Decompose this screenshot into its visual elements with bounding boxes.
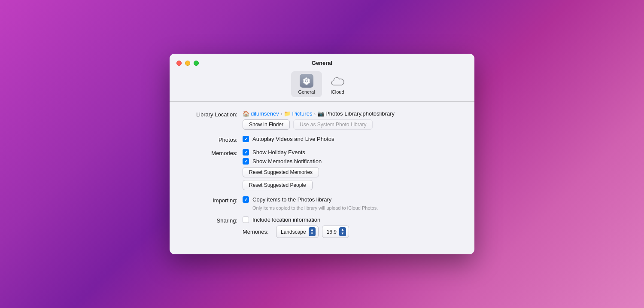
sharing-content: Include location information Memories: L… [243, 217, 462, 238]
general-icon [300, 74, 313, 88]
ratio-select[interactable]: 16:9 ▲ ▼ [322, 226, 349, 238]
breadcrumb: 🏠 dilumsenev › 📁 Pictures › 📷 Photos Lib… [243, 110, 462, 117]
show-in-finder-button[interactable]: Show in Finder [243, 119, 290, 130]
copy-items-label: Copy items to the Photos library [252, 196, 331, 203]
show-memories-check-row: ✓ Show Memories Notification [243, 158, 462, 165]
breadcrumb-sep1: › [281, 111, 283, 116]
sharing-row: Sharing: Include location information Me… [182, 217, 462, 238]
checkmark-icon: ✓ [244, 137, 248, 141]
checkmark-icon: ✓ [244, 150, 248, 155]
orientation-arrows: ▲ ▼ [309, 227, 316, 236]
orientation-value: Landscape [281, 229, 306, 235]
library-location-row: Library Location: 🏠 dilumsenev › 📁 Pictu… [182, 110, 462, 130]
photos-label: Photos: [182, 136, 243, 143]
breadcrumb-pictures-label: Pictures [292, 110, 312, 117]
sharing-label: Sharing: [182, 217, 243, 224]
traffic-lights [176, 61, 199, 66]
include-location-check-row: Include location information [243, 217, 462, 223]
content-area: Library Location: 🏠 dilumsenev › 📁 Pictu… [170, 102, 474, 254]
reset-suggested-people-button[interactable]: Reset Suggested People [243, 180, 313, 190]
minimize-button[interactable] [185, 61, 190, 66]
importing-content: ✓ Copy items to the Photos library Only … [243, 196, 462, 210]
tab-icloud-label: iCloud [331, 89, 344, 95]
tab-icloud[interactable]: iCloud [322, 71, 353, 97]
include-location-label: Include location information [252, 217, 320, 223]
photos-library-icon: 📷 [317, 110, 324, 117]
copy-items-check-row: ✓ Copy items to the Photos library [243, 196, 462, 203]
show-memories-checkbox[interactable]: ✓ [243, 158, 249, 165]
memories-orientation-row: Memories: Landscape ▲ ▼ 16:9 ▲ ▼ [243, 226, 462, 238]
include-location-checkbox[interactable] [243, 217, 249, 223]
reset-suggested-memories-button-container: Reset Suggested Memories [243, 167, 462, 177]
ratio-arrows: ▲ ▼ [339, 227, 346, 236]
memories-row: Memories: ✓ Show Holiday Events ✓ Show M… [182, 149, 462, 190]
autoplay-check-row: ✓ Autoplay Videos and Live Photos [243, 136, 462, 142]
arrow-up-icon: ▲ [341, 228, 344, 232]
library-buttons: Show in Finder Use as System Photo Libra… [243, 119, 462, 130]
breadcrumb-library-label: Photos Library.photoslibrary [325, 110, 395, 117]
use-as-system-photo-library-button[interactable]: Use as System Photo Library [293, 119, 373, 130]
close-button[interactable] [176, 61, 182, 66]
copy-items-subtext: Only items copied to the library will up… [243, 205, 462, 210]
library-location-content: 🏠 dilumsenev › 📁 Pictures › 📷 Photos Lib… [243, 110, 462, 130]
breadcrumb-home: 🏠 dilumsenev [243, 110, 279, 117]
memories-label: Memories: [182, 149, 243, 156]
reset-suggested-people-button-container: Reset Suggested People [243, 180, 462, 190]
window-title: General [312, 60, 332, 66]
arrow-down-icon: ▼ [310, 232, 314, 235]
checkmark-icon: ✓ [244, 198, 248, 202]
show-memories-label: Show Memories Notification [252, 158, 322, 165]
importing-row: Importing: ✓ Copy items to the Photos li… [182, 196, 462, 210]
show-holiday-label: Show Holiday Events [252, 149, 305, 156]
memories-inline-label: Memories: [243, 229, 273, 235]
breadcrumb-home-label: dilumsenev [251, 110, 279, 117]
tab-general[interactable]: General [291, 71, 322, 97]
breadcrumb-library: 📷 Photos Library.photoslibrary [317, 110, 395, 117]
library-location-label: Library Location: [182, 110, 243, 118]
reset-suggested-memories-button[interactable]: Reset Suggested Memories [243, 167, 319, 177]
show-holiday-check-row: ✓ Show Holiday Events [243, 149, 462, 156]
icloud-icon [331, 74, 344, 88]
autoplay-label: Autoplay Videos and Live Photos [252, 136, 334, 142]
preferences-window: General General [170, 54, 474, 254]
home-folder-icon: 🏠 [243, 110, 249, 117]
autoplay-checkbox[interactable]: ✓ [243, 136, 249, 142]
show-holiday-checkbox[interactable]: ✓ [243, 149, 249, 156]
orientation-select[interactable]: Landscape ▲ ▼ [276, 226, 319, 238]
arrow-down-icon: ▼ [341, 232, 344, 235]
importing-label: Importing: [182, 196, 243, 204]
folder-icon: 📁 [284, 110, 291, 117]
tab-general-label: General [298, 89, 315, 95]
ratio-value: 16:9 [327, 229, 337, 235]
maximize-button[interactable] [194, 61, 199, 66]
copy-items-checkbox[interactable]: ✓ [243, 196, 249, 203]
photos-content: ✓ Autoplay Videos and Live Photos [243, 136, 462, 142]
breadcrumb-pictures: 📁 Pictures [284, 110, 312, 117]
arrow-up-icon: ▲ [310, 228, 314, 232]
title-bar: General General [170, 54, 474, 101]
toolbar: General iCloud [291, 71, 353, 101]
photos-row: Photos: ✓ Autoplay Videos and Live Photo… [182, 136, 462, 143]
memories-content: ✓ Show Holiday Events ✓ Show Memories No… [243, 149, 462, 190]
breadcrumb-sep2: › [314, 111, 316, 116]
checkmark-icon: ✓ [244, 159, 248, 164]
